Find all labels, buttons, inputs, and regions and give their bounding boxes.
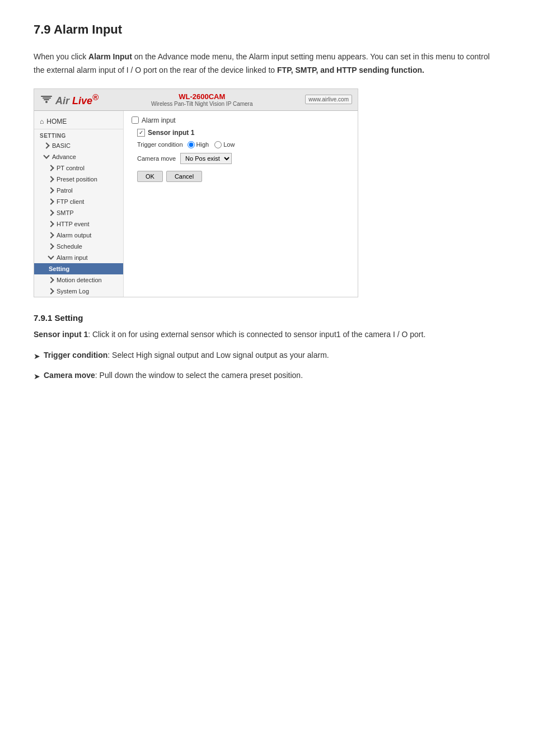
model-desc: Wireless Pan-Tilt Night Vision IP Camera: [151, 101, 253, 107]
radio-low-label: Low: [223, 141, 235, 148]
sidebar-label-patrol: Patrol: [57, 187, 73, 194]
panel-model-info: WL-2600CAM Wireless Pan-Tilt Night Visio…: [151, 92, 253, 107]
section-791: 7.9.1 Setting Sensor input 1: Click it o…: [34, 313, 500, 342]
home-icon: ⌂: [40, 118, 44, 125]
trigger-radio-group: High Low: [188, 141, 235, 148]
sidebar-item-alarm-input[interactable]: Alarm input: [34, 252, 123, 263]
arrow-icon: [48, 253, 54, 259]
bullet-trigger-rest: : Select High signal output and Low sign…: [107, 351, 329, 360]
bullet-trigger-text: Trigger condition: Select High signal ou…: [44, 349, 329, 362]
sidebar-label-motion-detection: Motion detection: [57, 277, 102, 283]
camera-move-row: Camera move No Pos exist: [132, 153, 350, 164]
arrow-icon: [48, 187, 54, 193]
radio-low-input[interactable]: [214, 141, 222, 148]
sidebar-item-smtp[interactable]: SMTP: [34, 207, 123, 218]
main-form: Alarm input Sensor input 1 Trigger condi…: [124, 111, 358, 297]
ok-button[interactable]: OK: [137, 171, 163, 182]
sidebar-item-home[interactable]: ⌂ HOME: [34, 114, 123, 129]
sidebar-item-system-log[interactable]: System Log: [34, 286, 123, 297]
sidebar-item-basic[interactable]: BASIC: [34, 140, 123, 151]
bullet-camera-move-bold: Camera move: [44, 371, 95, 380]
page-title: 7.9 Alarm Input: [34, 22, 500, 37]
sidebar-item-advance[interactable]: Advance: [34, 151, 123, 162]
sidebar-item-ftp-client[interactable]: FTP client: [34, 196, 123, 207]
arrow-icon: [48, 221, 54, 227]
sidebar-item-motion-detection[interactable]: Motion detection: [34, 274, 123, 286]
sensor-input-label: Sensor input 1: [148, 129, 194, 137]
website-label: www.airlive.com: [305, 95, 352, 104]
bullet-camera-move-text: Camera move: Pull down the window to sel…: [44, 369, 303, 382]
radio-high-label: High: [196, 141, 209, 148]
sensor-bold: Sensor input 1: [34, 330, 88, 339]
trigger-label: Trigger condition: [137, 141, 183, 148]
intro-paragraph: When you click Alarm Input on the Advanc…: [34, 50, 500, 77]
section-791-sensor-text: Sensor input 1: Click it on for using ex…: [34, 328, 500, 342]
arrow-icon: [48, 277, 54, 283]
sensor-input-checkbox-img[interactable]: [137, 129, 145, 137]
sidebar-label-advance: Advance: [52, 153, 76, 160]
radio-high[interactable]: High: [188, 141, 209, 148]
sidebar-label-ftp-client: FTP client: [57, 198, 84, 205]
bullet-camera-move: ➤ Camera move: Pull down the window to s…: [34, 369, 500, 384]
cancel-button[interactable]: Cancel: [166, 171, 202, 182]
sidebar-label-system-log: System Log: [57, 288, 89, 295]
bullet-trigger-bold: Trigger condition: [44, 351, 107, 360]
sidebar-label-pt-control: PT control: [57, 165, 85, 171]
arrow-icon: [48, 176, 54, 182]
arrow-icon: [48, 288, 54, 294]
sensor-rest: : Click it on for using external sensor …: [88, 330, 425, 339]
sidebar: ⌂ HOME SETTING BASIC Advance PT control …: [34, 111, 124, 297]
panel-header: Air Live® WL-2600CAM Wireless Pan-Tilt N…: [34, 89, 358, 111]
arrow-icon: [48, 209, 54, 216]
radio-high-input[interactable]: [188, 141, 195, 148]
trigger-condition-row: Trigger condition High Low: [132, 141, 350, 148]
bullet-arrow-icon: ➤: [34, 350, 40, 363]
sidebar-item-patrol[interactable]: Patrol: [34, 185, 123, 196]
camera-panel: Air Live® WL-2600CAM Wireless Pan-Tilt N…: [34, 88, 358, 297]
sidebar-item-http-event[interactable]: HTTP event: [34, 218, 123, 230]
bullet-arrow-icon: ➤: [34, 370, 40, 384]
sidebar-label-http-event: HTTP event: [57, 221, 90, 227]
sidebar-label-schedule: Schedule: [57, 243, 82, 250]
camera-move-label: Camera move: [137, 155, 176, 162]
logo-text: Air Live®: [55, 92, 99, 107]
arrow-icon: [48, 198, 54, 204]
sidebar-item-preset-position[interactable]: Preset position: [34, 174, 123, 185]
sidebar-item-pt-control[interactable]: PT control: [34, 162, 123, 174]
arrow-icon: [48, 165, 54, 171]
bullet-camera-move-rest: : Pull down the window to select the cam…: [95, 371, 303, 380]
radio-low[interactable]: Low: [214, 141, 235, 148]
sidebar-item-alarm-output[interactable]: Alarm output: [34, 230, 123, 241]
bullet-trigger: ➤ Trigger condition: Select High signal …: [34, 349, 500, 363]
sidebar-setting-label: SETTING: [34, 129, 123, 140]
alarm-input-checkbox[interactable]: [132, 116, 139, 124]
arrow-icon: [48, 243, 54, 249]
panel-logo: Air Live®: [40, 92, 99, 107]
home-label: HOME: [46, 118, 67, 125]
wifi-icon: [40, 96, 53, 103]
arrow-icon: [48, 232, 54, 238]
sidebar-label-preset-position: Preset position: [57, 176, 97, 183]
sidebar-label-alarm-output: Alarm output: [57, 232, 91, 239]
sidebar-label-smtp: SMTP: [57, 209, 74, 216]
camera-move-select[interactable]: No Pos exist: [180, 153, 232, 164]
model-name: WL-2600CAM: [151, 92, 253, 101]
panel-body: ⌂ HOME SETTING BASIC Advance PT control …: [34, 111, 358, 297]
sensor-input-row: Sensor input 1: [132, 129, 350, 137]
sidebar-item-schedule[interactable]: Schedule: [34, 241, 123, 252]
alarm-input-label: Alarm input: [142, 116, 176, 124]
sidebar-item-setting[interactable]: Setting: [34, 263, 123, 274]
arrow-icon: [43, 142, 49, 148]
sidebar-label-setting: Setting: [49, 265, 69, 272]
arrow-icon: [43, 152, 49, 158]
alarm-input-row: Alarm input: [132, 116, 350, 124]
form-buttons: OK Cancel: [132, 171, 350, 182]
sidebar-label-basic: BASIC: [52, 142, 71, 149]
sidebar-label-alarm-input: Alarm input: [57, 254, 88, 261]
section-791-heading: 7.9.1 Setting: [34, 313, 500, 323]
